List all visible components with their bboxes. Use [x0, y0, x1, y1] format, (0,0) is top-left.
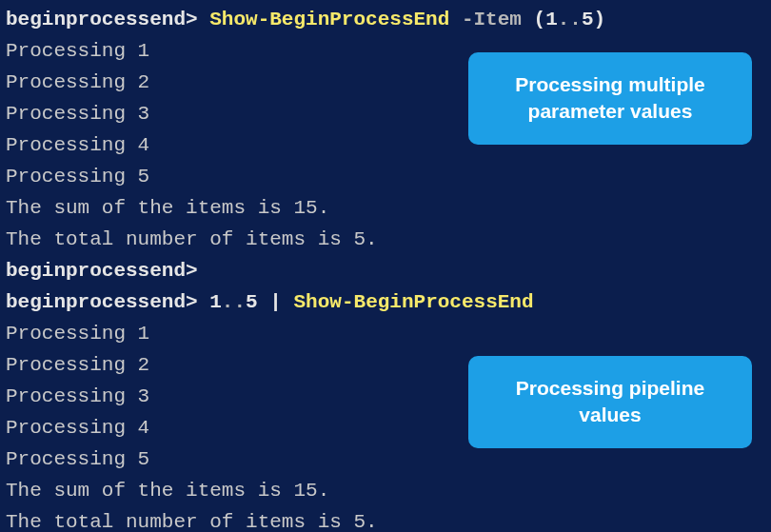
pipe-operator: | [269, 291, 282, 313]
output-line: Processing 5 [6, 443, 765, 475]
output-total: The total number of items is 5. [6, 506, 765, 532]
output-total: The total number of items is 5. [6, 224, 765, 255]
output-line: Processing 5 [6, 161, 765, 192]
prompt: beginprocessend> [6, 9, 198, 30]
output-sum: The sum of the items is 15. [6, 475, 765, 506]
cmdlet-name: Show-BeginProcessEnd [209, 9, 449, 30]
param-name: -Item [462, 9, 522, 30]
annotation-callout-pipeline: Processing pipeline values [468, 356, 752, 448]
prompt: beginprocessend> [6, 291, 198, 313]
annotation-callout-parameter: Processing multiple parameter values [468, 52, 752, 145]
cmdlet-name: Show-BeginProcessEnd [294, 291, 534, 313]
output-sum: The sum of the items is 15. [6, 192, 765, 224]
command-line-2: beginprocessend> 1..5 | Show-BeginProces… [6, 286, 765, 318]
command-line-1: beginprocessend> Show-BeginProcessEnd -I… [6, 4, 765, 35]
output-line: Processing 1 [6, 318, 765, 349]
empty-prompt-line: beginprocessend> [6, 255, 765, 286]
